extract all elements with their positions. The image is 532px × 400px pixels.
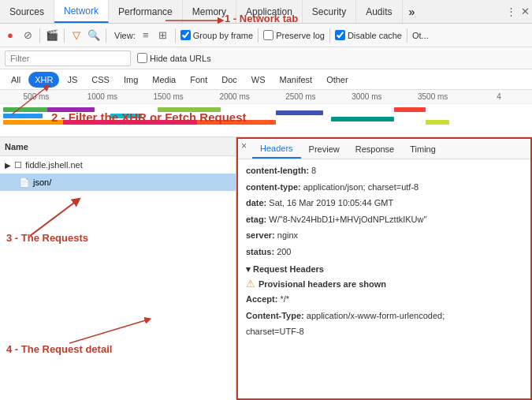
domain-label: fiddle.jshell.net bbox=[25, 160, 83, 170]
header-content-length: content-length: 8 bbox=[246, 164, 523, 178]
other-option: Ot... bbox=[412, 31, 429, 40]
ruler-mark-6: 3000 ms bbox=[333, 92, 400, 101]
tab-timing[interactable]: Timing bbox=[402, 139, 444, 159]
screenshot-button[interactable]: 🎬 bbox=[45, 28, 59, 43]
domain-checkbox-icon: ☐ bbox=[14, 160, 22, 170]
tab-audits[interactable]: Audits bbox=[356, 0, 402, 23]
svg-line-0 bbox=[30, 200, 77, 236]
search-icon[interactable]: 🔍 bbox=[87, 28, 101, 43]
triangle-icon: ▶ bbox=[5, 161, 11, 170]
request-file-icon: 📄 bbox=[19, 178, 30, 188]
annotation-1: 1 - Network tab bbox=[166, 5, 323, 38]
ruler-mark-5: 2500 ms bbox=[268, 92, 334, 101]
toolbar-separator-2 bbox=[64, 28, 65, 43]
hide-data-urls-checkbox[interactable]: Hide data URLs bbox=[137, 53, 211, 63]
arrow-4-icon bbox=[69, 316, 156, 347]
header-content-type: content-type: application/json; charset=… bbox=[246, 181, 523, 194]
request-headers-title: ▾ Request Headers bbox=[246, 264, 523, 275]
detail-close-button[interactable]: × bbox=[241, 140, 247, 151]
main-area: Name ▶ ☐ fiddle.jshell.net 📄 json/ 3 - T… bbox=[0, 137, 532, 400]
tab-preview[interactable]: Preview bbox=[301, 139, 348, 159]
request-name: json/ bbox=[33, 178, 51, 187]
ruler-mark-7: 3500 ms bbox=[400, 92, 466, 101]
header-status: status: 200 bbox=[246, 245, 523, 259]
annotation-2: 2 - Filter the XHR or Fetch Request bbox=[8, 79, 268, 120]
ruler-mark-8: 4 bbox=[466, 92, 532, 101]
tab-more[interactable]: » bbox=[403, 6, 422, 18]
filter-icon[interactable]: ▽ bbox=[69, 28, 84, 43]
record-button[interactable]: ● bbox=[3, 28, 17, 43]
stop-button[interactable]: ⊘ bbox=[20, 28, 35, 43]
requests-panel: Name ▶ ☐ fiddle.jshell.net 📄 json/ 3 - T… bbox=[0, 137, 236, 400]
detail-content: content-length: 8 content-type: applicat… bbox=[238, 159, 530, 346]
annotation-3: 3 - The Requests bbox=[6, 232, 88, 244]
toolbar-separator-7 bbox=[407, 28, 407, 43]
header-charset: charset=UTF-8 bbox=[246, 325, 523, 338]
type-other[interactable]: Other bbox=[320, 72, 355, 88]
header-content-type-req: Content-Type: application/x-www-form-url… bbox=[246, 309, 523, 323]
toolbar-separator-3 bbox=[106, 28, 106, 43]
tab-sources[interactable]: Sources bbox=[0, 0, 54, 23]
tab-response[interactable]: Response bbox=[348, 139, 403, 159]
requests-name-header: Name bbox=[0, 137, 236, 156]
svg-line-2 bbox=[12, 87, 47, 114]
warning-icon: ⚠ bbox=[246, 278, 255, 290]
disable-cache-checkbox[interactable]: Disable cache bbox=[335, 30, 402, 40]
detail-tabs: Headers Preview Response Timing bbox=[238, 139, 530, 159]
header-server: server: nginx bbox=[246, 229, 523, 242]
warning-row: ⚠ Provisional headers are shown bbox=[246, 278, 523, 290]
svg-line-3 bbox=[69, 320, 148, 343]
warning-text: Provisional headers are shown bbox=[259, 279, 386, 289]
type-manifest[interactable]: Manifest bbox=[273, 72, 319, 88]
devtools-menu-icon[interactable]: ⋮ bbox=[504, 5, 518, 19]
arrow-3-icon bbox=[30, 196, 93, 236]
header-accept: Accept: */* bbox=[246, 293, 523, 306]
view-list-icon[interactable]: ≡ bbox=[139, 28, 153, 43]
domain-row[interactable]: ▶ ☐ fiddle.jshell.net bbox=[0, 156, 236, 174]
filter-row: Hide data URLs bbox=[0, 47, 532, 69]
annotation-4: 4 - The Request detail bbox=[6, 343, 112, 355]
header-date: date: Sat, 16 Mar 2019 10:05:44 GMT bbox=[246, 196, 523, 210]
detail-panel: × Headers Preview Response Timing conten… bbox=[236, 137, 532, 400]
toolbar-separator-6 bbox=[329, 28, 330, 43]
devtools-close-icon[interactable]: ✕ bbox=[518, 5, 532, 19]
tab-network[interactable]: Network bbox=[54, 0, 109, 23]
toolbar-separator-1 bbox=[39, 28, 40, 43]
view-label: View: bbox=[114, 31, 136, 40]
filter-input[interactable] bbox=[5, 50, 131, 66]
list-item[interactable]: 📄 json/ bbox=[0, 174, 236, 191]
header-etag: etag: W/"8-Nv24HbD1i+MHVjOdNPLzttkIKUw" bbox=[246, 213, 523, 226]
tab-headers[interactable]: Headers bbox=[252, 139, 301, 159]
